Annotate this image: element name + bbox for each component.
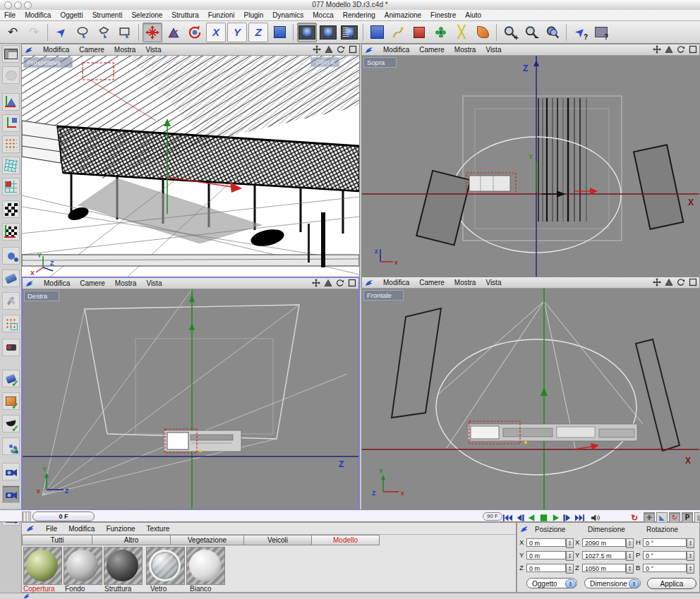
material-swatch-vetro[interactable] [146, 547, 185, 585]
pos-z-field[interactable]: 0 m [526, 564, 566, 572]
zoom-view-icon[interactable] [543, 23, 562, 42]
maximize-view-icon[interactable] [689, 278, 697, 286]
add-array-icon[interactable] [430, 23, 450, 42]
menu-funzioni[interactable]: Funzioni [208, 11, 235, 19]
rectangle-selection-icon[interactable] [115, 23, 135, 42]
pan-view-icon[interactable] [653, 278, 661, 286]
edges-mode-icon[interactable] [2, 157, 20, 174]
zoom-view-icon[interactable] [665, 278, 673, 286]
selection-filter-icon[interactable] [2, 315, 20, 332]
toggle-generators-icon[interactable]: ✓ [2, 392, 20, 410]
vp-menu-camere[interactable]: Camere [79, 46, 104, 54]
menu-dynamics[interactable]: Dynamics [272, 11, 303, 19]
viewport-top-canvas[interactable]: Z X Y z x Sopra [362, 56, 699, 277]
viewport-perspective[interactable]: Modifica Camere Mostra Vista [21, 44, 360, 277]
rot-h-field[interactable]: 0 ° [643, 538, 687, 547]
record-rotation-toggle[interactable]: ↻ [669, 512, 680, 523]
animation-mode-icon[interactable] [2, 270, 20, 287]
layout-manager-icon[interactable] [2, 45, 20, 63]
dim-y-stepper[interactable]: ▲▼ [626, 551, 634, 561]
play-backward-icon[interactable] [526, 514, 537, 522]
vp-menu-modifica[interactable]: Modifica [44, 279, 70, 287]
previous-key-icon[interactable] [514, 514, 525, 522]
pan-view-icon[interactable] [313, 45, 321, 54]
animation-cameras-icon[interactable] [2, 463, 20, 480]
scale-tool-icon[interactable] [164, 23, 183, 42]
tab-veicoli[interactable]: Veicoli [244, 535, 312, 545]
model-mode-icon[interactable] [2, 114, 20, 132]
menu-aiuto[interactable]: Aiuto [465, 11, 481, 19]
record-keyframe-icon[interactable] [619, 514, 628, 521]
vp-menu-camere[interactable]: Camere [419, 279, 445, 286]
viewport-right-canvas[interactable]: Z Y x Z Destra [23, 289, 358, 509]
title-bar[interactable]: 077 Modello 3D.r3.c4d * [0, 0, 700, 11]
vp-menu-vista[interactable]: Vista [145, 46, 161, 54]
record-icon[interactable] [607, 514, 615, 521]
material-swatch-fondo[interactable] [64, 547, 102, 585]
zoom-view-icon[interactable] [325, 45, 333, 54]
rot-p-stepper[interactable]: ▲▼ [687, 551, 694, 561]
rotate-view-icon[interactable] [337, 45, 345, 54]
zoom-view-icon[interactable] [324, 279, 332, 287]
rot-h-stepper[interactable]: ▲▼ [687, 538, 694, 548]
menu-file[interactable]: File [4, 11, 16, 19]
add-nurbs-icon[interactable] [473, 23, 493, 42]
viewport-front[interactable]: Modifica Camere Mostra Vista [361, 277, 700, 509]
object-mode-icon[interactable] [2, 247, 20, 265]
menu-struttura[interactable]: Struttura [171, 11, 198, 19]
live-selection-icon[interactable] [73, 23, 92, 42]
record-scale-toggle[interactable]: ◣ [656, 512, 668, 523]
dim-x-field[interactable]: 2090 m [582, 538, 626, 547]
mat-menu-funzione[interactable]: Funzione [106, 525, 135, 533]
vp-menu-mostra[interactable]: Mostra [115, 279, 137, 287]
render-region-icon[interactable] [318, 23, 338, 42]
coordinate-system-icon[interactable] [270, 23, 289, 42]
add-primitive-cube-icon[interactable] [367, 23, 387, 42]
help-browser-icon[interactable]: ? [591, 23, 611, 42]
rot-p-field[interactable]: 0 ° [643, 551, 687, 559]
pan-view-icon[interactable] [653, 45, 661, 54]
maximize-view-icon[interactable] [689, 45, 697, 54]
dim-z-field[interactable]: 1050 m [582, 564, 626, 572]
menu-strumenti[interactable]: Strumenti [92, 11, 123, 19]
loop-icon[interactable]: ↻ [631, 513, 638, 523]
mode-dropdown[interactable]: Oggetto▲▼ [526, 578, 577, 588]
texture-mode-icon[interactable] [2, 200, 20, 218]
next-key-icon[interactable] [562, 514, 573, 522]
rotate-view-icon[interactable] [677, 278, 685, 286]
chevron-updown-icon[interactable]: ▲▼ [629, 579, 639, 588]
size-mode-dropdown[interactable]: Dimensione▲▼ [584, 578, 641, 588]
menu-selezione[interactable]: Selezione [131, 11, 162, 19]
zoom-out-icon[interactable]: − [521, 23, 541, 42]
record-position-toggle[interactable]: ✚ [644, 512, 655, 523]
add-spline-icon[interactable] [388, 23, 408, 42]
pos-x-field[interactable]: 0 m [526, 538, 566, 547]
pos-y-field[interactable]: 0 m [526, 551, 566, 559]
tab-altro[interactable]: Altro [92, 535, 171, 545]
vp-menu-vista[interactable]: Vista [485, 46, 501, 54]
rotate-view-icon[interactable] [677, 45, 685, 54]
toggle-particles-icon[interactable]: ✓ [2, 437, 20, 455]
maximize-view-icon[interactable] [348, 279, 356, 287]
material-swatch-struttura[interactable] [104, 547, 143, 585]
lock-x-axis-icon[interactable]: X [206, 23, 226, 42]
pos-z-stepper[interactable]: ▲▼ [566, 564, 574, 574]
undo-icon[interactable]: ↶ [3, 23, 23, 42]
vp-menu-mostra[interactable]: Mostra [454, 46, 476, 54]
vp-menu-mostra[interactable]: Mostra [114, 46, 136, 54]
mat-menu-file[interactable]: File [46, 525, 57, 533]
render-view-icon[interactable] [297, 23, 317, 42]
pan-view-icon[interactable] [312, 279, 320, 287]
vp-menu-camere[interactable]: Camere [419, 46, 445, 54]
rotate-tool-icon[interactable] [185, 23, 205, 42]
vp-menu-modifica[interactable]: Modifica [383, 46, 409, 54]
go-to-start-icon[interactable] [502, 514, 513, 522]
maximize-view-icon[interactable] [349, 45, 357, 54]
add-deformer-icon[interactable] [409, 23, 429, 42]
dim-y-field[interactable]: 1027.5 m [582, 551, 626, 559]
points-mode-icon[interactable] [2, 135, 20, 153]
menu-finestre[interactable]: Finestre [430, 11, 456, 19]
mat-menu-modifica[interactable]: Modifica [68, 525, 95, 533]
material-swatch-bianco[interactable] [186, 547, 225, 585]
play-forward-icon[interactable] [550, 514, 561, 522]
